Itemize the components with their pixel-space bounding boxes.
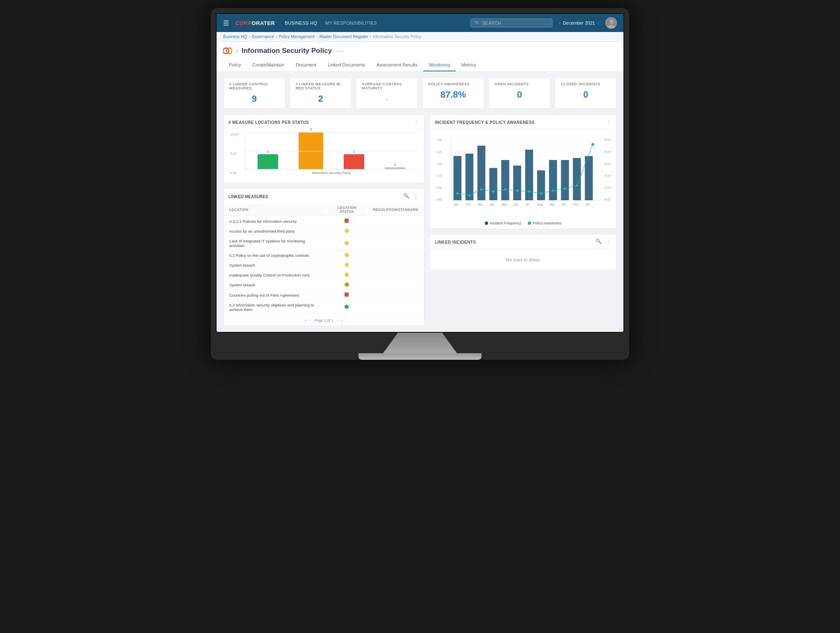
breadcrumb-item-3[interactable]: Master Document Register [320, 34, 368, 39]
table-row: System breach [224, 261, 423, 270]
pag-next[interactable]: › [337, 318, 338, 322]
cell-location: System breach [224, 281, 326, 290]
breadcrumb-current: Information Security Policy [373, 34, 421, 39]
tab-policy[interactable]: Policy [223, 59, 247, 71]
table-row: Lack of integrated IT systems for monito… [224, 237, 423, 250]
content-row: # MEASURE LOCATIONS PER STATUS ⋮ 10.00 5… [223, 114, 617, 326]
svg-text:75.0%: 75.0% [604, 174, 611, 177]
page-header: ↑ Information Security Policy ⋯ Policy C… [217, 42, 623, 72]
pag-first[interactable]: « [304, 318, 306, 322]
tab-linked-documents[interactable]: Linked Documents [322, 59, 371, 71]
cell-status [326, 271, 368, 280]
stat-value-2: - [362, 94, 412, 104]
breadcrumb-item-0[interactable]: Business HQ [223, 34, 247, 39]
page-options-menu[interactable]: ⋯ [337, 47, 343, 55]
svg-rect-37 [466, 153, 473, 200]
policy-icon [223, 47, 232, 55]
incidents-search-icon[interactable]: 🔍 [596, 238, 602, 246]
incident-chart-menu[interactable]: ⋮ [606, 119, 612, 126]
table-row: 6.2 Information security objetives and p… [224, 301, 423, 314]
table-row: Inadequate Quality Control on Production… [224, 271, 423, 280]
nav-link-businesshq[interactable]: BUSINESS HQ [285, 21, 317, 25]
cell-regulation [368, 301, 423, 314]
svg-text:1.50: 1.50 [436, 138, 442, 141]
cell-status [326, 251, 368, 260]
y-label-top: 10.00 [230, 133, 238, 136]
cell-status [326, 301, 368, 314]
breadcrumb-item-1[interactable]: Governance [252, 34, 274, 39]
stat-value-5: 0 [561, 89, 611, 100]
cell-location: 6.2 Information security objetives and p… [224, 301, 326, 314]
tab-metrics[interactable]: Metrics [456, 59, 482, 71]
cell-location: Inadequate Quality Control on Production… [224, 271, 326, 280]
nav-link-responsibilities[interactable]: MY RESPONSIBILITIES [325, 21, 377, 25]
svg-point-48 [456, 192, 459, 195]
linked-measures-card: LINKED MEASURES 🔍 ⋮ LOCATION LOCATION ST… [223, 188, 425, 326]
cell-status [326, 237, 368, 250]
measures-title: LINKED MEASURES [228, 194, 268, 199]
col-status: LOCATION STATUS [326, 204, 368, 216]
search-input[interactable] [482, 21, 548, 25]
user-avatar[interactable] [605, 17, 617, 29]
stat-value-0: 9 [229, 94, 279, 104]
stat-value-1: 2 [296, 94, 346, 104]
svg-text:85.0%: 85.0% [604, 151, 611, 153]
cell-regulation [368, 261, 423, 270]
table-row: System breach [224, 281, 423, 290]
tab-document[interactable]: Document [290, 59, 322, 71]
svg-point-52 [504, 188, 507, 191]
prev-date-button[interactable]: ‹ [559, 21, 560, 25]
stat-closed-incidents: CLOSED INCIDENTS 0 [555, 78, 617, 109]
svg-point-49 [468, 194, 471, 197]
cell-regulation [368, 217, 423, 226]
svg-text:Oct: Oct [562, 203, 566, 206]
pagination: « ‹ Page 1 of 1 › » [224, 315, 424, 326]
svg-text:90.0%: 90.0% [604, 138, 611, 141]
measures-menu-icon[interactable]: ⋮ [413, 193, 419, 201]
svg-text:0.00: 0.00 [436, 198, 442, 201]
bar-yellow: 5 [299, 128, 323, 169]
next-date-button[interactable]: › [598, 21, 599, 25]
search-box[interactable]: 🔍 [470, 18, 552, 27]
svg-rect-44 [549, 160, 557, 200]
pag-last[interactable]: » [341, 318, 343, 322]
y-label-mid: 5.00 [230, 152, 238, 155]
measures-search-icon[interactable]: 🔍 [403, 193, 409, 201]
svg-text:1.25: 1.25 [436, 151, 442, 153]
stat-label-1: # LINKED MEASURE W. RED STATUS [296, 82, 346, 90]
tab-assessment[interactable]: Assessment Results [371, 59, 423, 71]
svg-point-59 [591, 143, 594, 146]
cell-location: 5.2 Policy on the use of cryptographic c… [224, 251, 326, 260]
bar-red: 2 [344, 150, 364, 169]
stat-policy-awareness: POLICY AWARENESS 87.8% [422, 78, 484, 109]
svg-text:0.50: 0.50 [436, 186, 442, 189]
svg-point-58 [576, 184, 578, 187]
incidents-menu-icon[interactable]: ⋮ [605, 238, 612, 246]
incident-chart-card: INCIDENT FREQUENCY & POLICY AWARENESS ⋮ [429, 114, 617, 229]
pag-prev[interactable]: ‹ [310, 318, 311, 322]
legend-policy-awareness: Policy Awareness [528, 221, 562, 225]
nav-links: BUSINESS HQ MY RESPONSIBILITIES [285, 21, 377, 25]
tab-createmaintain[interactable]: Create/Maintain [247, 59, 290, 71]
tab-monitoring[interactable]: Monitoring [423, 59, 456, 71]
line-chart-svg: 1.50 1.25 1.00 0.75 0.50 0.00 90.0% 85.0… [436, 133, 611, 215]
incident-chart-title: INCIDENT FREQUENCY & POLICY AWARENESS [435, 120, 535, 125]
main-content: # LINKED CONTROL MEASURES 9 # LINKED MEA… [217, 72, 623, 332]
bar-chart-menu[interactable]: ⋮ [413, 119, 419, 126]
stat-label-3: POLICY AWARENESS [428, 82, 478, 86]
svg-text:Mar: Mar [478, 203, 483, 206]
cell-location: System breach [224, 261, 326, 270]
stat-red-status: # LINKED MEASURE W. RED STATUS 2 [290, 78, 352, 109]
svg-point-51 [492, 190, 495, 193]
cell-location: Access by an unauthorised third party [224, 227, 326, 236]
measures-table: LOCATION LOCATION STATUS REGULATION/STAN… [224, 203, 424, 315]
legend-incident-frequency: Incident Frequency [485, 221, 521, 225]
svg-text:Dec: Dec [585, 203, 591, 206]
breadcrumb-item-2[interactable]: Policy Management [279, 34, 315, 39]
bar-chart-area: 10.00 5.00 0.00 2 [224, 128, 424, 183]
svg-text:80.0%: 80.0% [604, 162, 611, 165]
svg-text:65.0%: 65.0% [604, 198, 611, 201]
stat-label-0: # LINKED CONTROL MEASURES [229, 82, 279, 90]
hamburger-menu[interactable]: ☰ [223, 19, 229, 27]
stat-label-2: AVERAGE CONTROL MATURITY [362, 82, 412, 90]
